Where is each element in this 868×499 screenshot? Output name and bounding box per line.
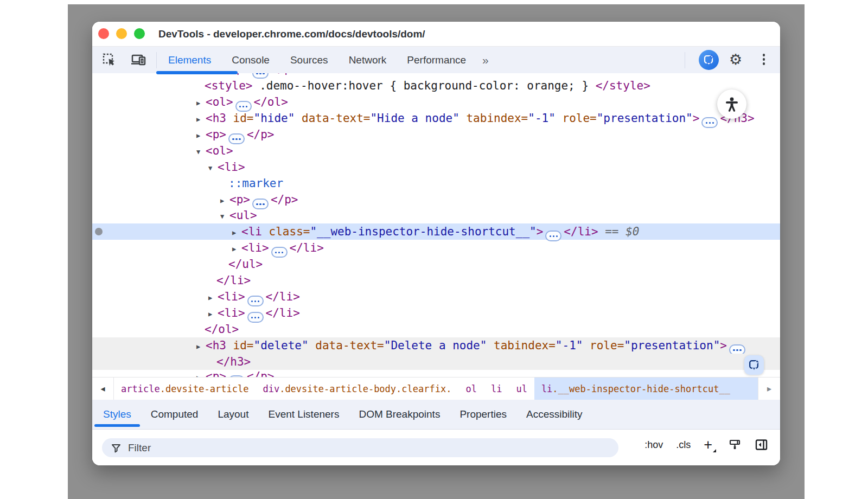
dom-tag-text: </li> [564, 225, 598, 238]
title-bar: DevTools - developer.chrome.com/docs/dev… [92, 22, 780, 47]
close-traffic-light[interactable] [98, 28, 109, 39]
dom-tree: ▶<p></p><style> .demo--hover:hover { bac… [92, 73, 780, 377]
sidebar-tab-computed[interactable]: Computed [142, 400, 207, 429]
breadcrumb: article.devsite-articlediv.devsite-artic… [114, 378, 758, 400]
dom-meta-text: == [598, 225, 626, 238]
expand-arrow-icon[interactable]: ▶ [220, 193, 229, 209]
dom-tree-row[interactable]: ▼<ul> [92, 207, 780, 223]
ai-assistant-button[interactable] [699, 50, 719, 70]
tab-performance[interactable]: Performance [399, 54, 474, 66]
expand-arrow-icon[interactable]: ▶ [196, 369, 206, 377]
collapse-arrow-icon[interactable]: ▼ [220, 208, 229, 225]
tab-network[interactable]: Network [341, 54, 394, 66]
sidebar-tab-dom-breakpoints[interactable]: DOM Breakpoints [350, 400, 449, 429]
expand-arrow-icon[interactable]: ▶ [208, 306, 218, 322]
more-tabs-chevron-icon[interactable]: » [479, 54, 491, 67]
rendering-brush-icon[interactable] [729, 439, 742, 451]
dom-tree-row[interactable]: </ol> [92, 321, 780, 337]
dom-tree-row[interactable]: ▶<p></p> [92, 368, 780, 377]
filter-funnel-icon [111, 443, 122, 453]
dom-val-text: "-1" [556, 339, 583, 352]
kebab-menu-icon[interactable] [761, 54, 767, 65]
breadcrumb-item[interactable]: li [484, 378, 509, 400]
dom-tree-row[interactable]: ▶<ol></ol> [92, 94, 780, 110]
expand-arrow-icon[interactable]: ▶ [196, 127, 206, 144]
window-title: DevTools - developer.chrome.com/docs/dev… [158, 22, 425, 47]
dom-tag-text: </p> [247, 370, 275, 377]
cls-toggle-button[interactable]: .cls [676, 439, 691, 451]
sidebar-tab-event-listeners[interactable]: Event Listeners [259, 400, 348, 429]
styles-filter-bar: Filter :hov .cls + [92, 430, 780, 460]
minimize-traffic-light[interactable] [116, 28, 127, 39]
dom-tree-row[interactable]: </ul> [92, 256, 780, 272]
breadcrumb-item[interactable]: article.devsite-article [114, 378, 256, 400]
new-style-rule-button[interactable]: + [704, 439, 716, 450]
dom-tree-row[interactable]: ▶<li></li> [92, 289, 780, 305]
ai-assistant-floating-button[interactable] [744, 355, 764, 375]
collapse-arrow-icon[interactable]: ▼ [208, 160, 218, 176]
dom-tag-text: </ol> [205, 323, 239, 336]
inspect-element-icon[interactable] [102, 53, 117, 67]
dom-dollar-text: $0 [626, 225, 639, 238]
toggle-device-toolbar-icon[interactable] [131, 53, 147, 67]
collapse-arrow-icon[interactable]: ▼ [196, 144, 206, 160]
breadcrumb-item[interactable]: div.devsite-article-body.clearfix. [256, 378, 458, 400]
dom-tree-row[interactable]: ::marker [92, 175, 780, 191]
expand-arrow-icon[interactable]: ▶ [196, 338, 206, 355]
dom-tree-row[interactable]: ▶<h3 id="hide" data-text="Hide a node" t… [92, 110, 780, 126]
dom-tag-text: <ol> [206, 144, 233, 157]
tab-console[interactable]: Console [224, 54, 277, 66]
breadcrumb-item[interactable]: ol [458, 378, 483, 400]
dom-tag-text: </li> [290, 241, 324, 254]
expand-arrow-icon[interactable]: ▶ [208, 290, 218, 306]
sidebar-tab-properties[interactable]: Properties [451, 400, 515, 429]
dock-sidebar-toggle-icon[interactable] [755, 439, 768, 451]
tab-elements[interactable]: Elements [161, 54, 219, 66]
breadcrumb-item[interactable]: ul [509, 378, 534, 400]
accessibility-person-icon[interactable] [717, 89, 746, 119]
breadcrumb-item[interactable]: li.__web-inspector-hide-shortcut__ [534, 378, 758, 400]
breadcrumb-scroll-right-button[interactable]: ▸ [758, 378, 780, 400]
settings-gear-icon[interactable]: ⚙ [727, 50, 744, 70]
dom-tag-text: <p> [229, 193, 250, 206]
expand-arrow-icon[interactable]: ▶ [196, 111, 206, 127]
dom-tree-row[interactable]: ▶<p></p> [92, 191, 780, 208]
sidebar-tab-accessibility[interactable]: Accessibility [518, 400, 591, 429]
dom-tree-row[interactable]: ▶<li></li> [92, 240, 780, 256]
dom-tree-row[interactable]: ▶<p></p> [92, 126, 780, 143]
expand-arrow-icon[interactable]: ▶ [196, 95, 206, 111]
dom-tree-row[interactable]: </li> [92, 272, 780, 289]
crumb-cls: .devsite-article-body.clearfix. [279, 383, 451, 394]
window-bottom-strip [92, 460, 780, 465]
dom-tree-row[interactable]: ▼<li> [92, 159, 780, 175]
dom-tag-text: </li> [266, 290, 300, 303]
tab-sources[interactable]: Sources [283, 54, 336, 66]
crumb-tag: div [263, 383, 279, 394]
devtools-window: DevTools - developer.chrome.com/docs/dev… [92, 22, 780, 465]
dom-val-text: "presentation" [624, 339, 720, 352]
crumb-tag: ul [516, 383, 527, 394]
dom-tree-row[interactable]: </h3> [92, 354, 780, 370]
hov-toggle-button[interactable]: :hov [644, 439, 663, 451]
expand-arrow-icon[interactable]: ▶ [232, 241, 241, 257]
dom-tree-row[interactable]: ▶<h3 id="delete" data-text="Delete a nod… [92, 337, 780, 354]
filter-input[interactable]: Filter [102, 438, 618, 457]
sidebar-tab-styles[interactable]: Styles [94, 400, 140, 429]
crumb-tag: li [491, 383, 502, 394]
breadcrumb-scroll-left-button[interactable]: ◂ [92, 378, 114, 400]
dom-tag-text: <ol> [206, 95, 233, 108]
dom-val-text: "hide" [254, 112, 295, 125]
filter-placeholder: Filter [128, 442, 151, 454]
dom-tag-text: </li> [266, 306, 300, 319]
dom-tree-row[interactable]: ▶<li></li> [92, 305, 780, 321]
dom-attr-text: data-text= [309, 339, 384, 352]
dom-val-text: "__web-inspector-hide-shortcut__" [310, 225, 536, 238]
dom-val-text: "presentation" [597, 112, 693, 125]
expand-arrow-icon[interactable]: ▶ [232, 225, 241, 241]
dom-tree-row[interactable]: ▶<li class="__web-inspector-hide-shortcu… [92, 223, 780, 240]
sidebar-tab-layout[interactable]: Layout [209, 400, 257, 429]
dom-tree-row[interactable]: <style> .demo--hover:hover { background-… [92, 78, 780, 94]
dom-tree-row[interactable]: ▼<ol> [92, 143, 780, 159]
zoom-traffic-light[interactable] [134, 28, 145, 39]
dom-attr-text: tabindex= [459, 112, 528, 125]
